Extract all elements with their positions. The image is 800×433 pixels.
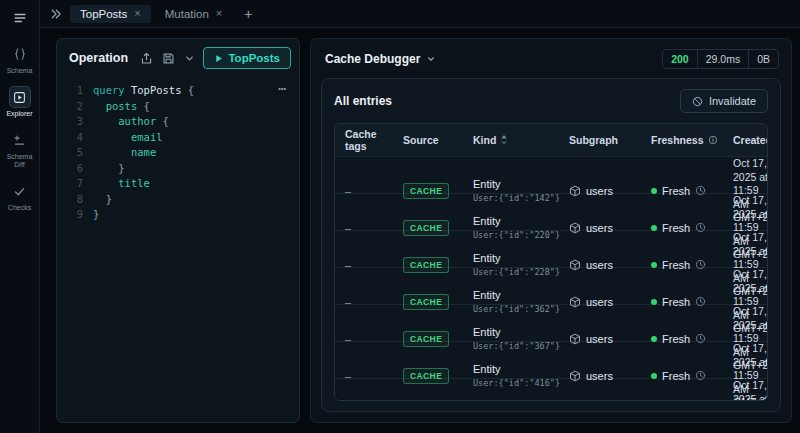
cache-tags-cell: – <box>345 259 395 271</box>
freshness-label: Fresh <box>662 185 690 197</box>
created-cell: Oct 17, 2025 at 11:59 AMGMT+2 <box>733 379 768 401</box>
kind-cell: EntityUser:{"id":"228"} <box>473 252 561 277</box>
tab-bar: TopPosts×Mutation× + <box>40 0 800 28</box>
source-cell: CACHE <box>403 257 465 273</box>
cache-debugger-header: Cache Debugger 200 29.0ms 0B <box>321 47 781 69</box>
column-header-source: Source <box>403 134 465 146</box>
fresh-dot <box>651 299 657 305</box>
editor-line: 9} <box>61 207 291 223</box>
table-row[interactable]: –CACHEEntityUser:{"id":"142"}usersFreshO… <box>335 156 767 193</box>
kind-detail: User:{"id":"367"} <box>473 341 561 351</box>
code-token: author <box>93 115 163 127</box>
cache-entries-table: Cache tagsSourceKindSubgraphFreshnessCre… <box>334 123 768 401</box>
cache-badge: CACHE <box>403 331 449 347</box>
code-token: email <box>93 131 163 143</box>
fresh-dot <box>651 336 657 342</box>
cache-tags-cell: – <box>345 370 395 382</box>
line-number: 4 <box>61 130 83 146</box>
code-token: query <box>93 84 125 96</box>
cache-badge: CACHE <box>403 294 449 310</box>
sidebar: SchemaExplorerSchema DiffChecks <box>0 0 40 433</box>
operation-title: Operation <box>69 51 128 65</box>
clock-icon <box>695 296 706 307</box>
fresh-dot <box>651 262 657 268</box>
kind-detail: User:{"id":"142"} <box>473 193 561 203</box>
schema-diff-icon <box>10 130 30 150</box>
sidebar-item-explorer[interactable]: Explorer <box>0 81 39 124</box>
code-token: { <box>163 115 169 127</box>
cache-badge: CACHE <box>403 183 449 199</box>
entries-title: All entries <box>334 94 392 108</box>
editor-line: 7 title <box>61 176 291 192</box>
cache-badge: CACHE <box>403 257 449 273</box>
code-token: { <box>144 100 150 112</box>
kind-detail: User:{"id":"416"} <box>473 378 561 388</box>
line-number: 9 <box>61 207 83 223</box>
close-icon[interactable]: × <box>134 8 140 19</box>
code-text: name <box>93 145 156 161</box>
freshness-cell: Fresh <box>651 333 725 345</box>
column-header-cache-tags: Cache tags <box>345 128 395 152</box>
expand-sidebar-icon[interactable] <box>48 6 64 22</box>
sort-icon[interactable] <box>500 135 508 145</box>
invalidate-button-label: Invalidate <box>709 95 756 107</box>
sidebar-item-label: Checks <box>8 204 31 212</box>
subgraph-cell: users <box>569 185 643 197</box>
cube-icon <box>569 370 581 382</box>
fresh-dot <box>651 188 657 194</box>
invalidate-button[interactable]: Invalidate <box>680 89 768 113</box>
subgraph-cell: users <box>569 370 643 382</box>
editor-line: 2 posts { <box>61 99 291 115</box>
tab-mutation[interactable]: Mutation× <box>155 5 233 23</box>
app-root: SchemaExplorerSchema DiffChecks TopPosts… <box>0 0 800 433</box>
sidebar-item-checks[interactable]: Checks <box>0 175 39 218</box>
freshness-label: Fresh <box>662 222 690 234</box>
info-icon[interactable] <box>708 135 718 145</box>
share-icon[interactable] <box>139 51 154 66</box>
kind-name: Entity <box>473 252 561 265</box>
new-tab-button[interactable]: + <box>238 6 258 22</box>
cache-debugger-panel: Cache Debugger 200 29.0ms 0B All entries <box>310 38 792 423</box>
run-button[interactable]: TopPosts <box>203 47 291 69</box>
column-header-label: Freshness <box>651 134 704 146</box>
save-icon[interactable] <box>161 51 176 66</box>
play-icon <box>214 54 223 63</box>
main-area: TopPosts×Mutation× + Operation <box>40 0 800 433</box>
kind-detail: User:{"id":"220"} <box>473 230 561 240</box>
code-text: author { <box>93 114 169 130</box>
editor-menu-icon[interactable]: ⋯ <box>278 81 287 97</box>
table-header: Cache tagsSourceKindSubgraphFreshnessCre… <box>335 124 767 156</box>
source-cell: CACHE <box>403 183 465 199</box>
table-header-row: Cache tagsSourceKindSubgraphFreshnessCre… <box>335 124 767 156</box>
code-token: } <box>93 162 125 174</box>
close-icon[interactable]: × <box>216 8 222 19</box>
menu-icon[interactable] <box>10 8 30 28</box>
clock-icon <box>695 370 706 381</box>
kind-cell: Root fieldsposts <box>473 400 561 401</box>
sidebar-items: SchemaExplorerSchema DiffChecks <box>0 38 39 218</box>
freshness-label: Fresh <box>662 259 690 271</box>
query-editor[interactable]: 1query TopPosts {2 posts {3 author {4 em… <box>57 77 299 422</box>
cache-debugger-dropdown[interactable]: Cache Debugger <box>325 52 436 66</box>
tab-topposts[interactable]: TopPosts× <box>70 5 151 23</box>
kind-name: Entity <box>473 178 561 191</box>
clock-icon <box>695 333 706 344</box>
freshness-cell: Fresh <box>651 222 725 234</box>
chevron-down-icon[interactable] <box>183 52 196 65</box>
subgraph-name: users <box>586 333 613 345</box>
kind-detail: User:{"id":"362"} <box>473 304 561 314</box>
entries-header: All entries Invalidate <box>334 89 768 113</box>
sidebar-item-label: Schema Diff <box>1 153 38 169</box>
sidebar-item-schema-diff[interactable]: Schema Diff <box>0 124 39 175</box>
editor-line: 8 } <box>61 192 291 208</box>
kind-name: Entity <box>473 363 561 376</box>
code-text: } <box>93 192 112 208</box>
source-cell: CACHE <box>403 331 465 347</box>
kind-detail: User:{"id":"228"} <box>473 267 561 277</box>
cache-tags-cell: – <box>345 222 395 234</box>
freshness-label: Fresh <box>662 296 690 308</box>
ban-icon <box>692 96 703 107</box>
cube-icon <box>569 296 581 308</box>
sidebar-item-schema[interactable]: Schema <box>0 38 39 81</box>
status-latency-badge: 29.0ms <box>697 50 748 68</box>
